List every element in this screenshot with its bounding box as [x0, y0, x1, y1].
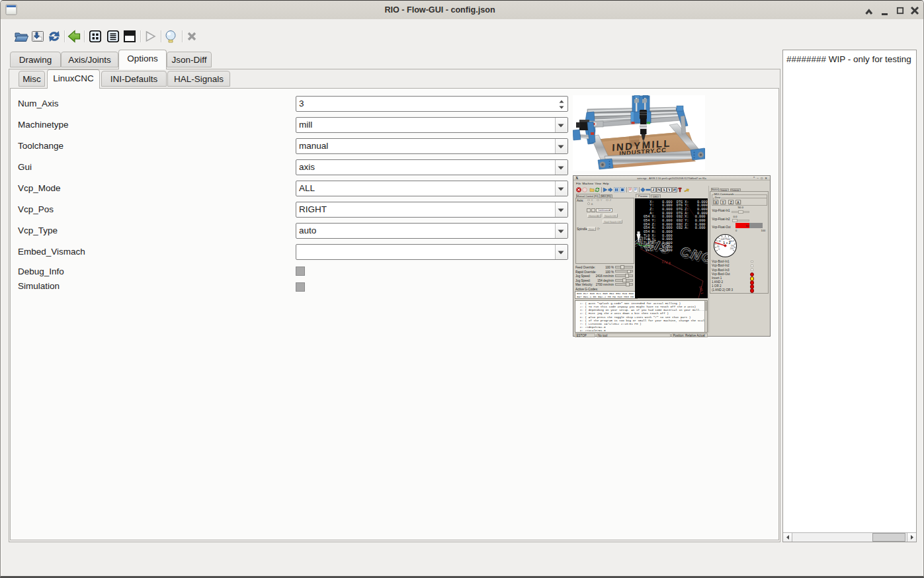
- svg-text:200: 200: [730, 247, 734, 250]
- svg-text:174.6: 174.6: [661, 259, 671, 265]
- svg-text:0: 0: [718, 248, 720, 251]
- svg-text:30: 30: [717, 245, 720, 247]
- svg-text:Y: Y: [668, 188, 671, 192]
- svg-text:X: X: [663, 188, 665, 192]
- svg-text:165.1: 165.1: [698, 285, 704, 294]
- svg-text:P: P: [673, 188, 676, 192]
- svg-text:1 + 2: 1 + 2: [723, 241, 730, 245]
- svg-text:Z: Z: [652, 188, 655, 192]
- svg-text:190: 190: [731, 244, 735, 247]
